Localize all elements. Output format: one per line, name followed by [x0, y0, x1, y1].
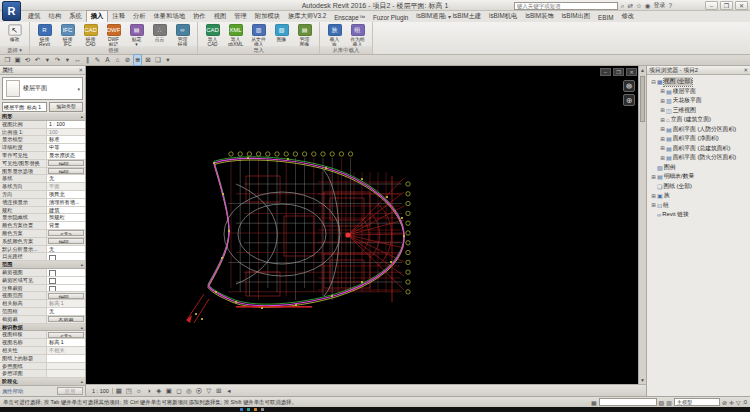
- close-hidden-windows-icon[interactable]: ⊠: [143, 55, 152, 65]
- tree-expander-icon[interactable]: ⊞: [650, 193, 657, 199]
- ribbon-button[interactable]: IFC 链接 IFC: [56, 23, 79, 46]
- measure-icon[interactable]: ↔: [73, 55, 82, 65]
- ribbon-tab[interactable]: 附加模块: [251, 11, 284, 22]
- tree-item[interactable]: ⊞ ▤ 楼层平面: [647, 87, 750, 97]
- tree-expander-icon[interactable]: ⊞: [659, 98, 666, 104]
- tree-expander-icon[interactable]: ⊞: [659, 155, 666, 161]
- undo-icon[interactable]: ↶: [33, 55, 42, 65]
- visual-style-icon[interactable]: ◳: [125, 387, 133, 395]
- property-row[interactable]: 图形显示选项 编辑...: [0, 168, 85, 176]
- steering-wheel-icon[interactable]: ☸: [623, 80, 635, 92]
- property-value[interactable]: 显示原状态: [47, 152, 85, 159]
- tree-item[interactable]: ⊞ ▤ 面积平面 (净面积): [647, 134, 750, 144]
- aligned-dimension-icon[interactable]: ∥: [83, 55, 92, 65]
- exclude-options-icon[interactable]: ⊘: [722, 399, 727, 406]
- ribbon-button[interactable]: ▥ 从文件 插入: [247, 23, 270, 46]
- ribbon-button[interactable]: 族 载入 族: [323, 23, 346, 46]
- property-value[interactable]: 100: [47, 129, 85, 136]
- tag-icon[interactable]: ✎: [93, 55, 102, 65]
- close-button[interactable]: ✕: [735, 1, 748, 10]
- property-row[interactable]: 默认分析显示... 无: [0, 246, 85, 254]
- thin-lines-icon[interactable]: ≣: [133, 54, 142, 66]
- ribbon-tab[interactable]: 插入: [86, 10, 109, 22]
- ribbon-tab[interactable]: isBIM出图: [558, 11, 594, 22]
- worksets-icon[interactable]: ▦: [591, 399, 597, 406]
- ribbon-tab[interactable]: isBIM装饰: [521, 11, 557, 22]
- text-icon[interactable]: A: [103, 55, 112, 65]
- ribbon-tab[interactable]: 建筑: [24, 11, 45, 22]
- tree-expander-icon[interactable]: ⊞: [659, 117, 666, 123]
- tree-item[interactable]: ▧ 图例: [647, 163, 750, 173]
- undo-dropdown-icon[interactable]: ▾: [43, 55, 52, 65]
- ribbon-tab[interactable]: Fuzor Plugin: [369, 13, 412, 22]
- search-icon[interactable]: ⌕: [621, 2, 625, 10]
- ribbon-button[interactable]: R 链接 Revit: [33, 23, 56, 46]
- property-row[interactable]: 图纸上的标题: [0, 355, 85, 363]
- property-row[interactable]: 视图样板 <无>: [0, 331, 85, 339]
- property-row[interactable]: 裁剪区域可见: [0, 277, 85, 285]
- design-options-icon[interactable]: ▥: [666, 399, 672, 406]
- ribbon-tab[interactable]: 体量和场地: [150, 11, 189, 22]
- property-row[interactable]: 颜色方案 <无>: [0, 230, 85, 238]
- analytical-model-icon[interactable]: ▽: [205, 387, 213, 395]
- taskbar-app-icon[interactable]: [247, 408, 250, 411]
- ribbon-tab[interactable]: 分析: [129, 11, 150, 22]
- property-value[interactable]: 编辑...: [48, 238, 84, 244]
- property-value[interactable]: [47, 370, 85, 377]
- property-row[interactable]: 范围框 无: [0, 308, 85, 316]
- edit-type-button[interactable]: 编辑类型: [49, 102, 83, 112]
- redo-icon[interactable]: ↷: [53, 55, 62, 65]
- ribbon-button[interactable]: ▧ 图像: [270, 23, 293, 46]
- tree-item[interactable]: ⊞ ◫ 三维视图: [647, 106, 750, 116]
- tree-item[interactable]: ⊞ ▣ 族: [647, 191, 750, 201]
- ribbon-button[interactable]: CAD 链接 CAD: [79, 23, 102, 46]
- drawing-area[interactable]: ‒❐✕ ☸⊕ ▲ ▼: [86, 66, 646, 384]
- press-drag-icon[interactable]: ✛: [729, 399, 734, 406]
- property-row[interactable]: 规程 建筑: [0, 207, 85, 215]
- property-value[interactable]: [47, 363, 85, 370]
- property-row[interactable]: 相关标高 标高 1: [0, 300, 85, 308]
- render-icon[interactable]: ◈: [155, 387, 163, 395]
- property-value[interactable]: 按规程: [47, 214, 85, 221]
- ribbon-button[interactable]: ▤ 管理 图像: [293, 23, 316, 46]
- tree-expander-icon[interactable]: ⊞: [650, 202, 657, 208]
- tree-item[interactable]: ⊞ ▤ 面积平面 (人防分区面积): [647, 125, 750, 135]
- property-value[interactable]: 不相关: [47, 347, 85, 354]
- view-close-button[interactable]: ✕: [626, 68, 637, 76]
- property-row[interactable]: 参照图纸: [0, 363, 85, 371]
- property-value[interactable]: [47, 269, 85, 276]
- favorites-icon[interactable]: ☆: [636, 2, 642, 10]
- property-row[interactable]: 裁剪视图: [0, 269, 85, 277]
- tree-expander-icon[interactable]: ⊟: [650, 79, 657, 85]
- property-row[interactable]: 可见性/图形替换 编辑...: [0, 160, 85, 168]
- exchange-apps-icon[interactable]: ⇄: [627, 2, 632, 10]
- property-row[interactable]: 阶段化: [0, 378, 85, 385]
- scroll-down-icon[interactable]: ▼: [639, 376, 646, 384]
- user-icon[interactable]: ◉: [645, 2, 651, 10]
- ribbon-button[interactable]: ▤ 贴花 ▾: [125, 23, 148, 46]
- workset-select[interactable]: [599, 398, 657, 406]
- tree-expander-icon[interactable]: ⊞: [650, 174, 657, 180]
- property-value[interactable]: [47, 277, 85, 284]
- property-row[interactable]: 详细程度 中等: [0, 144, 85, 152]
- restore-button[interactable]: ❐: [720, 1, 733, 10]
- ribbon-button[interactable]: ∞ 管理 链接: [171, 23, 194, 46]
- property-value[interactable]: [47, 285, 85, 292]
- scrollbar-thumb[interactable]: [640, 76, 645, 122]
- apply-button[interactable]: 应用: [57, 387, 83, 395]
- scale-button[interactable]: 1 : 100: [89, 388, 113, 394]
- property-value[interactable]: 无: [47, 175, 85, 182]
- chevron-down-icon[interactable]: ▾: [77, 86, 82, 92]
- tree-expander-icon[interactable]: ⊞: [659, 145, 666, 151]
- tree-expander-icon[interactable]: ⊞: [659, 107, 666, 113]
- property-row[interactable]: 标识数据: [0, 324, 85, 332]
- view-minimize-button[interactable]: ‒: [600, 68, 611, 76]
- tree-item[interactable]: ⊞ ⌂ 立面 (建筑立面): [647, 115, 750, 125]
- property-value[interactable]: 建筑: [47, 207, 85, 214]
- property-value[interactable]: 1 : 100: [47, 121, 85, 128]
- tree-item[interactable]: ∞ Revit 链接: [647, 210, 750, 220]
- property-row[interactable]: 相关性 不相关: [0, 347, 85, 355]
- property-value[interactable]: 清理所有墙...: [47, 199, 85, 206]
- view-restore-button[interactable]: ❐: [613, 68, 624, 76]
- save-icon[interactable]: ▣: [13, 55, 22, 65]
